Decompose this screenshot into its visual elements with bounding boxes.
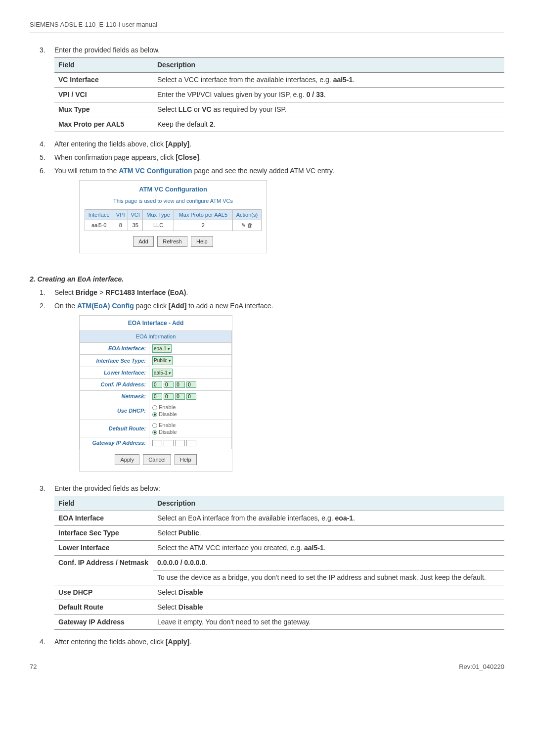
th: VPI [113,209,128,220]
step-number: 4. [40,139,54,149]
cell: Gateway IP Address [54,615,153,630]
th-desc: Description [153,496,504,511]
lower-interface-select[interactable]: aal5-1 [152,369,173,378]
cell: Mux Type [54,102,153,117]
step-number: 1. [40,287,54,298]
gw-octet[interactable] [164,440,174,446]
step-number: 5. [40,152,54,163]
text: . [199,153,201,161]
text: page click [134,302,169,310]
dhcp-enable-radio[interactable] [152,405,157,410]
cell: Lower Interface [54,541,153,556]
revision: Rev:01_040220 [459,662,504,672]
nm-octet[interactable] [152,393,162,400]
text: On the [54,302,77,310]
cell: Select a VCC interface from the availabl… [153,72,504,87]
section-title: 2. Creating an EoA interface. [30,274,504,284]
cell: 0.0.0.0 / 0.0.0.0. To use the device as … [153,556,504,585]
refresh-button[interactable]: Refresh [157,236,187,247]
cell: Select Disable [153,585,504,600]
cell: Select LLC or VC as required by your ISP… [153,102,504,117]
td: LLC [143,220,174,231]
gw-octet[interactable] [186,440,196,446]
text: page and see the newly added ATM VC entr… [192,167,334,175]
gw-inputs [149,437,232,449]
atm-vc-config-panel: ATM VC Configuration This page is used t… [79,180,267,254]
add-button[interactable]: Add [133,236,154,247]
text: [Apply] [166,638,189,646]
ip-octet[interactable] [186,381,196,388]
cell: EOA Interface [54,511,153,526]
apply-button[interactable]: Apply [115,454,139,466]
text: > [97,288,105,296]
nm-octet[interactable] [186,393,196,400]
eoa-fields-table: Field Description EOA InterfaceSelect an… [54,496,504,630]
help-button[interactable]: Help [175,454,197,466]
step-number: 3. [40,483,54,634]
text: [Add] [169,302,187,310]
th: Interface [85,209,113,220]
text: [Close] [176,153,199,161]
ip-octet[interactable] [164,381,174,388]
link-text: ATM VC Configuration [119,167,192,175]
gw-octet[interactable] [152,440,162,446]
step-number: 2. [40,301,54,480]
page-header: SIEMENS ADSL E-110_E-110-I user manual [30,20,504,33]
th-field: Field [54,496,153,511]
nm-octet[interactable] [164,393,174,400]
cell: Select an EoA interface from the availab… [153,511,504,526]
radio-label: Enable [159,404,176,410]
th: Action(s) [232,209,261,220]
th: Mux Type [143,209,174,220]
text: [Apply] [166,140,189,148]
cell: Select Disable [153,600,504,615]
help-button[interactable]: Help [191,236,213,247]
text: . [186,288,188,296]
th-field: Field [54,57,153,72]
gw-octet[interactable] [175,440,185,446]
cell: Select Public. [153,526,504,541]
edit-icon[interactable]: ✎ [241,222,246,228]
label: Lower Interface: [80,367,149,379]
label: Use DHCP: [80,402,149,420]
text: After entering the fields above, click [54,638,166,646]
page-number: 72 [30,662,37,672]
cell: Keep the default 2. [153,117,504,132]
label: Gateway IP Address: [80,437,149,449]
cell: VPI / VCI [54,87,153,102]
step-number: 3. [40,45,54,136]
text: When confirmation page appears, click [54,153,176,161]
cell: Leave it empty. You don't need to set th… [153,615,504,630]
label: Netmask: [80,390,149,402]
text: . [189,140,191,148]
vc-fields-table: Field Description VC InterfaceSelect a V… [54,57,504,132]
dhcp-disable-radio[interactable] [152,412,157,417]
cell: Enter the VPI/VCI values given by your I… [153,87,504,102]
radio-label: Disable [159,429,177,435]
text: Select [54,288,76,296]
sec-type-select[interactable]: Public [152,356,173,365]
cancel-button[interactable]: Cancel [143,454,171,466]
eoa-interface-select[interactable]: eoa-1 [152,344,172,353]
ip-octet[interactable] [152,381,162,388]
ip-octet[interactable] [175,381,185,388]
cell: Use DHCP [54,585,153,600]
label: Interface Sec Type: [80,355,149,367]
text: . [189,638,191,646]
nm-octet[interactable] [175,393,185,400]
panel-subtitle: This page is used to view and configure … [85,197,262,205]
td: 2 [174,220,232,231]
td-actions: ✎ 🗑 [232,220,261,231]
step-number: 6. [40,166,54,263]
td: 8 [113,220,128,231]
cell: Select the ATM VCC interface you created… [153,541,504,556]
droute-enable-radio[interactable] [152,423,157,428]
ip-inputs [149,379,232,391]
radio-label: Enable [159,422,176,428]
td: 35 [128,220,143,231]
delete-icon[interactable]: 🗑 [247,222,253,228]
panel-title: EOA Interface - Add [80,316,232,331]
label: Default Route: [80,420,149,437]
text: After entering the fields above, click [54,140,166,148]
droute-disable-radio[interactable] [152,430,157,435]
